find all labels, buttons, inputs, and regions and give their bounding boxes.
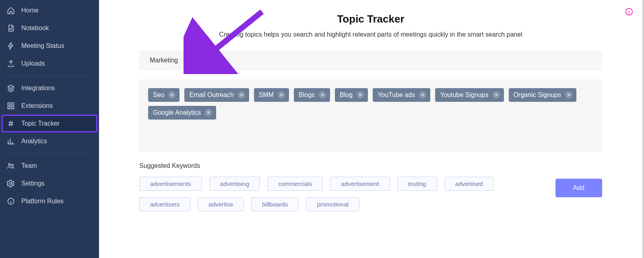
sidebar-item-uploads[interactable]: Uploads — [0, 55, 99, 72]
home-icon — [6, 6, 15, 14]
sidebar-item-settings[interactable]: Settings — [0, 175, 99, 192]
suggested-keyword-chip[interactable]: advertised — [444, 177, 494, 191]
topic-tag-label: Youtube Signups — [440, 91, 488, 99]
topic-tag: SMM — [254, 88, 289, 102]
sidebar-item-topic-tracker[interactable]: Topic Tracker — [2, 115, 97, 132]
topic-tag-label: Seo — [153, 91, 164, 99]
remove-tag-icon[interactable] — [357, 91, 364, 99]
topic-tag: Youtube Signups — [435, 88, 504, 102]
topic-tag-label: Google Analytics — [153, 109, 201, 116]
topic-tag: Google Analytics — [148, 106, 216, 120]
sidebar-item-home[interactable]: Home — [0, 2, 99, 19]
main-content: Topic Tracker Creating topics helps you … — [99, 0, 644, 258]
svg-point-6 — [10, 183, 12, 185]
sidebar-item-label: Settings — [21, 180, 45, 187]
suggested-keywords-row: advertisementsadvertisingcommercialsadve… — [139, 177, 602, 191]
analytics-icon — [6, 137, 15, 145]
topic-tag-label: Email Outreach — [189, 91, 233, 99]
suggested-keyword-chip[interactable]: advertisement — [330, 177, 390, 191]
sidebar-separator — [6, 153, 93, 154]
remove-tag-icon[interactable] — [278, 91, 285, 99]
remove-tag-icon[interactable] — [493, 91, 500, 99]
sidebar: Home Notebook Meeting Status Uploads Int… — [0, 0, 99, 258]
sidebar-item-label: Uploads — [21, 60, 45, 67]
topic-tag-label: Blogs — [299, 91, 315, 99]
sidebar-item-label: Topic Tracker — [21, 120, 60, 127]
sidebar-item-label: Home — [21, 7, 39, 14]
sidebar-item-label: Meeting Status — [21, 42, 64, 50]
suggested-keyword-chip[interactable]: advertisements — [139, 177, 202, 191]
suggested-keyword-chip[interactable]: promotional — [306, 197, 359, 211]
sidebar-item-analytics[interactable]: Analytics — [0, 132, 99, 150]
topic-tags-box[interactable]: SeoEmail OutreachSMMBlogsBlogYouTube ads… — [139, 79, 602, 152]
suggested-keyword-chip[interactable]: advertisers — [139, 197, 190, 211]
remove-tag-icon[interactable] — [168, 91, 175, 99]
svg-point-5 — [12, 164, 13, 166]
sidebar-item-meeting-status[interactable]: Meeting Status — [0, 37, 99, 55]
topic-tag: Seo — [148, 88, 180, 102]
gear-icon — [6, 180, 15, 188]
svg-rect-3 — [12, 107, 14, 109]
sidebar-item-label: Analytics — [21, 138, 47, 145]
sidebar-item-platform-rules[interactable]: Platform Rules — [0, 192, 99, 210]
remove-tag-icon[interactable] — [238, 91, 245, 99]
grid-icon — [6, 102, 15, 110]
page-subtitle: Creating topics helps you search and hig… — [123, 31, 618, 38]
topic-name-input[interactable]: Marketing — [139, 50, 602, 70]
team-icon — [6, 162, 15, 170]
page-title: Topic Tracker — [123, 13, 618, 25]
topic-tag-label: SMM — [259, 91, 274, 99]
sidebar-item-label: Extensions — [21, 102, 53, 109]
remove-tag-icon[interactable] — [319, 91, 326, 99]
svg-rect-0 — [8, 103, 10, 105]
layers-icon — [6, 84, 15, 92]
hash-icon — [6, 120, 15, 128]
sidebar-item-label: Integrations — [21, 85, 55, 92]
sidebar-item-label: Team — [21, 162, 37, 169]
bolt-icon — [6, 42, 15, 50]
sidebar-item-notebook[interactable]: Notebook — [0, 19, 99, 37]
topic-tag: Blog — [335, 88, 368, 102]
topic-tag-label: YouTube ads — [378, 91, 415, 99]
topic-tag: YouTube ads — [373, 88, 430, 102]
suggested-keyword-chip[interactable]: advertise — [198, 197, 244, 211]
help-info-icon[interactable] — [625, 7, 634, 16]
suggested-keyword-chip[interactable]: advertising — [209, 177, 260, 191]
svg-point-4 — [8, 163, 10, 165]
svg-rect-2 — [8, 107, 10, 109]
sidebar-item-extensions[interactable]: Extensions — [0, 97, 99, 115]
suggested-keyword-chip[interactable]: commercials — [267, 177, 323, 191]
topic-tag: Email Outreach — [184, 88, 249, 102]
suggested-keyword-chip[interactable]: billboards — [251, 197, 299, 211]
remove-tag-icon[interactable] — [565, 91, 572, 99]
topic-tag-label: Organic Signups — [514, 91, 561, 99]
sidebar-separator — [6, 76, 93, 76]
topic-tag-label: Blog — [340, 91, 353, 99]
sidebar-item-label: Notebook — [21, 25, 49, 32]
topic-name-value: Marketing — [150, 57, 178, 64]
notebook-icon — [6, 24, 15, 32]
topic-tag: Organic Signups — [509, 88, 576, 102]
suggested-keywords-label: Suggested Keywords — [139, 162, 618, 169]
remove-tag-icon[interactable] — [419, 91, 426, 99]
remove-tag-icon[interactable] — [205, 109, 212, 116]
svg-rect-1 — [12, 103, 14, 105]
suggested-keywords-row: advertisersadvertisebillboardspromotiona… — [139, 197, 602, 211]
upload-icon — [6, 60, 15, 68]
info-icon — [6, 197, 15, 205]
suggested-keyword-chip[interactable]: touting — [397, 177, 437, 191]
sidebar-item-label: Platform Rules — [21, 198, 64, 205]
sidebar-item-integrations[interactable]: Integrations — [0, 79, 99, 97]
add-button[interactable]: Add — [555, 179, 602, 197]
sidebar-item-team[interactable]: Team — [0, 157, 99, 175]
topic-tag: Blogs — [294, 88, 330, 102]
